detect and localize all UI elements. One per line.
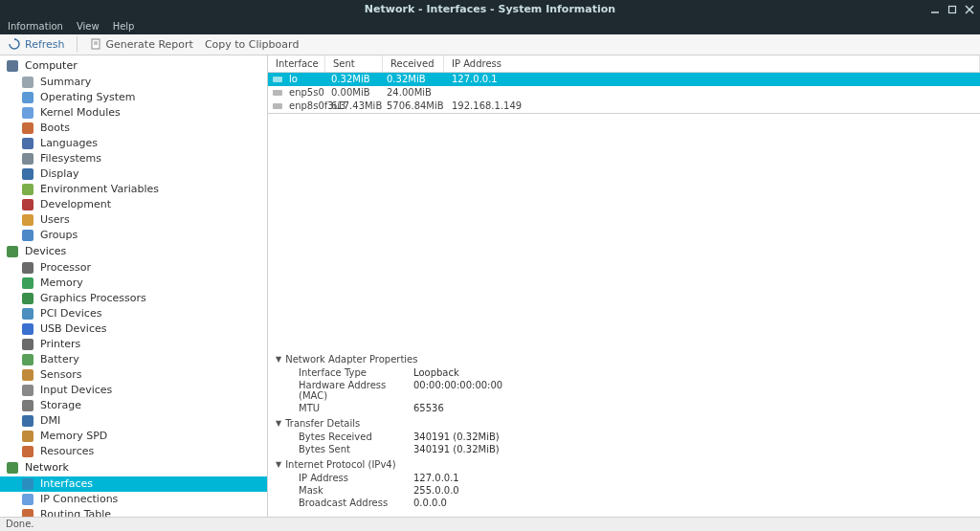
detail-row: Mask255.0.0.0 <box>276 484 980 497</box>
copy-clipboard-button[interactable]: Copy to Clipboard <box>205 38 299 51</box>
window-title: Network - Interfaces - System Informatio… <box>0 3 980 15</box>
toolbar-separator <box>77 36 78 52</box>
sidebar-item-label: DMI <box>40 414 60 427</box>
statusbar: Done. <box>0 517 980 531</box>
sensors-icon <box>21 368 34 382</box>
close-icon[interactable] <box>965 5 974 14</box>
sidebar-item-summary[interactable]: Summary <box>0 75 267 90</box>
generate-report-button[interactable]: Generate Report <box>89 37 193 51</box>
section-icon <box>6 461 19 475</box>
sidebar-item-users[interactable]: Users <box>0 212 267 228</box>
th-received[interactable]: Received <box>383 55 444 72</box>
detail-key: Mask <box>299 485 413 496</box>
detail-group-header[interactable]: ▼Transfer Details <box>276 416 980 431</box>
sidebar-item-processor[interactable]: Processor <box>0 260 267 276</box>
sidebar-item-input-devices[interactable]: Input Devices <box>0 383 267 398</box>
detail-value: Loopback <box>413 367 459 378</box>
sidebar-item-interfaces[interactable]: Interfaces <box>0 476 267 492</box>
maximize-icon[interactable] <box>947 5 957 14</box>
sidebar-item-label: Kernel Modules <box>40 106 121 119</box>
sidebar-item-languages[interactable]: Languages <box>0 136 267 151</box>
table-header-row: Interface Sent Received IP Address <box>268 55 980 73</box>
sidebar-item-memory[interactable]: Memory <box>0 276 267 291</box>
network-interface-icon <box>272 87 287 99</box>
cell-sent: 0.32MiB <box>329 74 387 84</box>
cell-received: 5706.84MiB <box>387 100 448 111</box>
menu-information[interactable]: Information <box>8 21 63 32</box>
memory-icon <box>21 277 34 290</box>
sidebar-item-ip-connections[interactable]: IP Connections <box>0 492 267 507</box>
sidebar-item-groups[interactable]: Groups <box>0 228 267 243</box>
sidebar-item-storage[interactable]: Storage <box>0 398 267 413</box>
sidebar-item-label: Memory <box>40 277 83 289</box>
summary-icon <box>21 76 34 89</box>
sidebar-section-computer[interactable]: Computer <box>0 57 267 75</box>
th-interface[interactable]: Interface <box>268 55 325 72</box>
sidebar-item-operating-system[interactable]: Operating System <box>0 90 267 105</box>
svg-rect-9 <box>273 103 282 109</box>
table-row[interactable]: enp5s00.00MiB24.00MiB <box>268 86 980 100</box>
detail-row: IP Address127.0.0.1 <box>276 472 980 484</box>
sidebar-item-resources[interactable]: Resources <box>0 444 267 459</box>
sidebar-item-sensors[interactable]: Sensors <box>0 367 267 383</box>
table-row[interactable]: lo0.32MiB0.32MiB127.0.0.1 <box>268 73 980 86</box>
chevron-down-icon: ▼ <box>276 419 281 428</box>
detail-group-header[interactable]: ▼Network Adapter Properties <box>276 352 980 366</box>
battery-icon <box>21 353 34 366</box>
sidebar-item-label: Boots <box>40 122 70 134</box>
boots-icon <box>21 122 34 135</box>
sidebar-item-label: Interfaces <box>40 477 93 490</box>
sidebar-item-printers[interactable]: Printers <box>0 337 267 352</box>
detail-group-header[interactable]: ▼Internet Protocol (IPv4) <box>276 457 980 472</box>
detail-row: Hardware Address (MAC)00:00:00:00:00:00 <box>276 379 980 402</box>
detail-group: ▼Transfer DetailsBytes Received340191 (0… <box>276 416 980 455</box>
content-spacer <box>268 114 980 347</box>
sidebar-item-kernel-modules[interactable]: Kernel Modules <box>0 105 267 121</box>
sidebar-item-battery[interactable]: Battery <box>0 352 267 367</box>
detail-value: 255.0.0.0 <box>413 485 459 496</box>
sidebar-item-routing-table[interactable]: Routing Table <box>0 507 267 518</box>
sidebar-item-label: PCI Devices <box>40 307 101 320</box>
sidebar-item-development[interactable]: Development <box>0 197 267 212</box>
envvars-icon <box>21 183 34 196</box>
refresh-button[interactable]: Refresh <box>8 37 65 51</box>
sidebar-item-pci-devices[interactable]: PCI Devices <box>0 306 267 321</box>
sidebar-item-label: Battery <box>40 353 79 365</box>
section-icon <box>6 245 19 258</box>
sidebar-item-label: Storage <box>40 399 81 411</box>
cell-sent: 0.00MiB <box>329 87 387 98</box>
sidebar-item-graphics-processors[interactable]: Graphics Processors <box>0 291 267 306</box>
sidebar-section-devices[interactable]: Devices <box>0 243 267 260</box>
sidebar-item-label: Graphics Processors <box>40 292 146 304</box>
sidebar-item-dmi[interactable]: DMI <box>0 413 267 429</box>
storage-icon <box>21 399 34 412</box>
cell-ip: 127.0.0.1 <box>448 74 980 84</box>
sidebar-item-usb-devices[interactable]: USB Devices <box>0 321 267 337</box>
cell-interface: enp5s0 <box>287 87 329 98</box>
main-area: ComputerSummaryOperating SystemKernel Mo… <box>0 55 980 518</box>
detail-group: ▼Network Adapter PropertiesInterface Typ… <box>276 352 980 414</box>
sidebar-item-label: Languages <box>40 137 98 149</box>
menubar: Information View Help <box>0 19 980 34</box>
titlebar: Network - Interfaces - System Informatio… <box>0 0 980 19</box>
detail-value: 340191 (0.32MiB) <box>413 444 500 454</box>
sidebar[interactable]: ComputerSummaryOperating SystemKernel Mo… <box>0 55 268 518</box>
sidebar-item-display[interactable]: Display <box>0 166 267 182</box>
menu-view[interactable]: View <box>77 21 100 32</box>
sidebar-item-memory-spd[interactable]: Memory SPD <box>0 429 267 444</box>
svg-rect-1 <box>949 6 956 12</box>
sidebar-item-label: Memory SPD <box>40 430 107 442</box>
sidebar-item-boots[interactable]: Boots <box>0 121 267 136</box>
th-sent[interactable]: Sent <box>325 55 383 72</box>
sidebar-section-network[interactable]: Network <box>0 459 267 476</box>
th-ip[interactable]: IP Address <box>444 55 980 72</box>
sidebar-item-environment-variables[interactable]: Environment Variables <box>0 182 267 197</box>
content-area: Interface Sent Received IP Address lo0.3… <box>268 55 980 518</box>
sidebar-item-filesystems[interactable]: Filesystems <box>0 151 267 166</box>
table-row[interactable]: enp8s0f3u3617.43MiB5706.84MiB192.168.1.1… <box>268 100 980 113</box>
sidebar-item-label: Resources <box>40 445 94 457</box>
detail-row: Bytes Sent340191 (0.32MiB) <box>276 443 980 455</box>
gpu-icon <box>21 292 34 305</box>
menu-help[interactable]: Help <box>113 21 135 32</box>
minimize-icon[interactable] <box>930 5 940 14</box>
